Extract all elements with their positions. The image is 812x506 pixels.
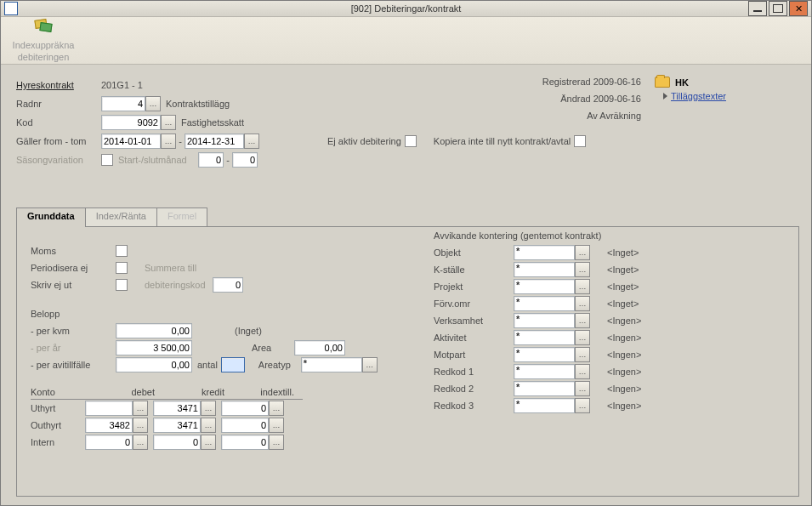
andrad-value: 2009-06-16 [593,94,641,104]
minimize-button[interactable] [748,1,767,16]
kopiera-inte-checkbox[interactable] [574,135,586,147]
avk-desc: <Ingen> [607,350,641,360]
debet-col: debet [85,387,155,397]
avk-lookup-button[interactable] [575,364,590,379]
outhyrt-indextill-input[interactable] [221,418,269,433]
intern-debet-lookup[interactable] [133,435,148,450]
avk-lookup-button[interactable] [575,381,590,396]
avk-row: Förv.omr*<Inget> [434,295,791,312]
ej-aktiv-checkbox[interactable] [405,135,417,147]
uthyrt-debet-lookup[interactable] [133,401,148,416]
avk-lookup-button[interactable] [575,347,590,362]
konto-row-intern: Intern [31,434,303,451]
per-kvm-input[interactable] [116,323,192,338]
tillaggstexter-link[interactable]: Tilläggstexter [663,91,799,101]
avk-lookup-button[interactable] [575,262,590,277]
intern-debet-input[interactable] [85,435,133,450]
grunddata-panel: Moms Periodisera ej Summera till Skriv e… [16,226,799,497]
tab-formel[interactable]: Formel [156,208,207,226]
indexupprakna-icon [31,18,55,38]
intern-indextill-input[interactable] [221,435,269,450]
uthyrt-kredit-lookup[interactable] [201,401,216,416]
avk-lookup-button[interactable] [575,398,590,413]
avk-input[interactable]: * [514,347,575,362]
outhyrt-kredit-input[interactable] [153,418,201,433]
sasongvariation-checkbox[interactable] [101,154,113,166]
avk-lookup-button[interactable] [575,279,590,294]
uthyrt-indextill-input[interactable] [221,401,269,416]
radnr-lookup-button[interactable] [145,96,161,111]
outhyrt-kredit-lookup[interactable] [201,418,216,433]
avk-lookup-button[interactable] [575,296,590,311]
avk-label: Förv.omr [434,298,514,309]
antal-input[interactable] [221,357,245,372]
kod-input[interactable] [101,115,161,130]
close-button[interactable] [789,1,808,16]
avk-desc: <Ingen> [607,384,641,394]
area-input[interactable] [294,340,345,355]
outhyrt-indextill-lookup[interactable] [269,418,284,433]
intern-kredit-input[interactable] [153,435,201,450]
tab-index-ranta[interactable]: Index/Ränta [85,208,157,226]
kod-lookup-button[interactable] [161,115,176,130]
galler-sep: - [176,136,185,146]
avk-lookup-button[interactable] [575,313,590,328]
summera-input[interactable] [213,277,243,293]
avvikande-heading: Avvikande kontering (gentemot kontrakt) [434,230,601,241]
app-window: [902] Debiteringar/kontrakt Indexuppräkn… [0,0,812,506]
tab-grunddata[interactable]: Grunddata [16,208,86,227]
avk-input[interactable]: * [514,262,575,277]
uthyrt-kredit-input[interactable] [153,401,201,416]
app-icon [4,2,18,15]
sasong-start-input[interactable] [198,152,224,168]
uthyrt-indextill-lookup[interactable] [269,401,284,416]
sasong-slut-input[interactable] [232,152,258,168]
ribbon-toolbar: Indexuppräkna debiteringen [1,17,811,65]
moms-checkbox[interactable] [116,245,128,257]
maximize-button[interactable] [769,1,787,16]
area-label: Area [252,343,294,353]
areatyp-lookup-button[interactable] [362,357,378,372]
galler-label: Gäller from - tom [16,136,101,146]
indexupprakna-button[interactable]: Indexuppräkna debiteringen [9,18,77,62]
side-panel: HK Tilläggstexter [655,77,799,101]
form-body: Registrerad 2009-06-16 Ändrad 2009-06-16… [1,65,811,505]
avk-input[interactable]: * [514,245,575,260]
avk-lookup-button[interactable] [575,330,590,345]
galler-from-lookup-button[interactable] [161,134,176,149]
avk-input[interactable]: * [514,398,575,413]
titlebar: [902] Debiteringar/kontrakt [1,1,811,17]
uthyrt-debet-input[interactable] [85,401,133,416]
avk-input[interactable]: * [514,330,575,345]
radnr-input[interactable] [101,96,145,111]
intern-kredit-lookup[interactable] [201,435,216,450]
avk-input[interactable]: * [514,381,575,396]
outhyrt-debet-input[interactable] [85,418,133,433]
avk-input[interactable]: * [514,313,575,328]
avk-input[interactable]: * [514,296,575,311]
intern-indextill-lookup[interactable] [269,435,284,450]
hk-folder[interactable]: HK [655,77,799,88]
kopiera-inte-label: Kopiera inte till nytt kontrakt/avtal [434,136,571,146]
per-avi-input[interactable] [116,357,192,372]
av-value: Avräkning [599,111,641,121]
galler-to-input[interactable] [185,134,244,149]
avk-label: Redkod 2 [434,384,514,394]
avk-lookup-button[interactable] [575,245,590,260]
per-ar-input[interactable] [116,340,192,355]
tillaggstexter-label: Tilläggstexter [671,91,726,101]
skrivejut-checkbox[interactable] [116,279,128,291]
tab-strip: Grunddata Index/Ränta Formel [16,208,799,226]
outhyrt-debet-lookup[interactable] [133,418,148,433]
hyreskontrakt-link[interactable]: Hyreskontrakt [16,80,101,90]
avk-row: Projekt*<Inget> [434,278,791,295]
avk-row: Verksamhet*<Ingen> [434,312,791,329]
galler-from-input[interactable] [101,134,161,149]
avk-input[interactable]: * [514,364,575,379]
areatyp-input[interactable]: * [301,357,362,372]
konto-col: Konto [31,387,85,397]
avk-input[interactable]: * [514,279,575,294]
galler-to-lookup-button[interactable] [244,134,259,149]
avk-row: Redkod 2*<Ingen> [434,380,791,397]
periodisera-checkbox[interactable] [116,262,128,274]
